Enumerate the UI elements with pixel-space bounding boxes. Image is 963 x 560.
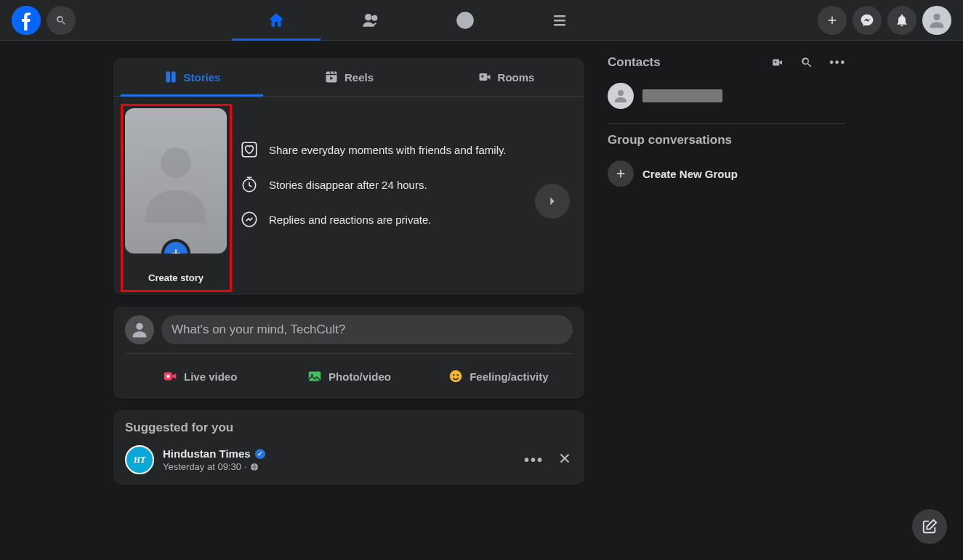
stories-body: Create story Share everyday moments with… — [113, 97, 584, 295]
post-time: Yesterday at 09:30 — [163, 461, 241, 472]
svg-point-24 — [450, 370, 462, 383]
live-video-button[interactable]: Live video — [125, 362, 274, 390]
nav-menu[interactable] — [512, 0, 607, 41]
messenger-button[interactable] — [853, 6, 882, 35]
feeling-activity-label: Feeling/activity — [470, 370, 548, 383]
plus-icon — [161, 239, 190, 253]
header-right — [818, 6, 951, 35]
create-button[interactable] — [818, 6, 847, 35]
svg-rect-16 — [242, 142, 257, 157]
search-contacts-icon[interactable] — [800, 56, 813, 69]
svg-rect-13 — [326, 72, 337, 83]
tab-stories[interactable]: Stories — [113, 58, 270, 96]
tab-stories-label: Stories — [184, 71, 221, 84]
info-text: Stories disappear after 24 hours. — [269, 179, 427, 191]
feeling-activity-button[interactable]: Feeling/activity — [424, 362, 573, 390]
suggested-title: Suggested for you — [125, 421, 573, 435]
video-icon — [162, 368, 178, 384]
create-new-group[interactable]: Create New Group — [602, 155, 852, 192]
photo-icon — [307, 368, 323, 384]
news-feed: Stories Reels Rooms — [102, 41, 596, 560]
plus-icon — [608, 161, 634, 187]
svg-rect-28 — [773, 60, 779, 66]
info-text: Share everyday moments with friends and … — [269, 144, 507, 156]
suggested-card: Suggested for you HT Hindustan Times ✓ Y… — [113, 410, 584, 484]
svg-rect-7 — [554, 15, 565, 17]
tab-rooms-label: Rooms — [498, 71, 535, 84]
svg-rect-11 — [166, 72, 170, 83]
story-info-row: Replies and reactions are private. — [240, 210, 573, 229]
post-composer: What's on your mind, TechCult? Live vide… — [113, 307, 584, 399]
composer-avatar[interactable] — [125, 315, 154, 344]
stories-card: Stories Reels Rooms — [113, 58, 584, 295]
verified-badge-icon: ✓ — [255, 449, 265, 459]
suggested-item[interactable]: HT Hindustan Times ✓ Yesterday at 09:30 … — [125, 445, 573, 474]
facebook-logo[interactable] — [12, 6, 41, 35]
contact-name — [642, 89, 722, 102]
create-story-label: Create story — [125, 272, 227, 283]
contact-avatar — [608, 83, 634, 109]
contacts-header: Contacts ••• — [602, 55, 852, 70]
header-left — [12, 6, 76, 35]
nav-home[interactable] — [229, 0, 323, 41]
top-header — [0, 0, 963, 41]
story-info-row: Stories disappear after 24 hours. — [240, 175, 573, 194]
heart-card-icon — [240, 140, 259, 159]
stories-tabs: Stories Reels Rooms — [113, 58, 584, 97]
contacts-actions: ••• — [771, 56, 846, 69]
header-nav — [163, 0, 672, 41]
message-icon — [240, 210, 259, 229]
composer-actions: Live video Photo/video Feeling/activity — [125, 362, 573, 390]
svg-point-26 — [457, 374, 459, 376]
svg-rect-14 — [479, 73, 487, 81]
tab-reels[interactable]: Reels — [270, 58, 427, 96]
create-group-label: Create New Group — [642, 168, 738, 180]
story-preview — [125, 108, 227, 253]
nav-groups[interactable] — [418, 0, 512, 41]
svg-rect-12 — [171, 72, 175, 83]
new-room-icon[interactable] — [771, 56, 784, 69]
publisher-meta: Yesterday at 09:30 · — [163, 461, 265, 472]
tab-reels-label: Reels — [344, 71, 374, 84]
svg-point-1 — [365, 14, 371, 20]
svg-point-10 — [933, 13, 940, 20]
photo-video-label: Photo/video — [329, 370, 391, 383]
svg-point-25 — [453, 374, 454, 376]
svg-point-2 — [372, 15, 376, 20]
stories-next-button[interactable] — [535, 184, 570, 219]
info-text: Replies and reactions are private. — [269, 214, 431, 226]
tab-rooms[interactable]: Rooms — [427, 58, 584, 96]
clock-icon — [240, 175, 259, 194]
publisher-name: Hindustan Times ✓ — [163, 447, 265, 460]
smiley-icon — [448, 368, 464, 384]
photo-video-button[interactable]: Photo/video — [274, 362, 423, 390]
group-conversations-header: Group conversations — [602, 133, 852, 147]
nav-friends[interactable] — [323, 0, 418, 41]
divider — [608, 123, 846, 124]
main-content: Stories Reels Rooms — [0, 0, 963, 560]
contacts-title: Contacts — [608, 55, 661, 70]
edit-fab[interactable] — [912, 509, 947, 544]
right-sidebar: Contacts ••• Group conversations Create … — [596, 41, 858, 560]
svg-point-19 — [136, 323, 142, 330]
search-button[interactable] — [47, 6, 76, 35]
divider — [125, 353, 573, 354]
svg-point-15 — [161, 147, 191, 178]
suggested-controls: ••• — [524, 450, 573, 469]
svg-rect-8 — [554, 20, 565, 22]
svg-point-5 — [460, 19, 463, 22]
svg-rect-9 — [554, 24, 565, 26]
close-button[interactable] — [557, 450, 573, 469]
group-conversations-title: Group conversations — [608, 133, 846, 147]
svg-point-21 — [166, 375, 170, 378]
profile-button[interactable] — [922, 6, 951, 35]
svg-point-6 — [467, 19, 470, 22]
more-button[interactable]: ••• — [524, 452, 544, 468]
composer-input[interactable]: What's on your mind, TechCult? — [161, 315, 573, 344]
globe-icon — [250, 463, 259, 471]
create-story-card[interactable]: Create story — [125, 108, 227, 283]
contacts-options-icon[interactable]: ••• — [829, 56, 846, 69]
svg-point-29 — [618, 90, 624, 96]
contact-item[interactable] — [602, 77, 852, 115]
notifications-button[interactable] — [887, 6, 916, 35]
